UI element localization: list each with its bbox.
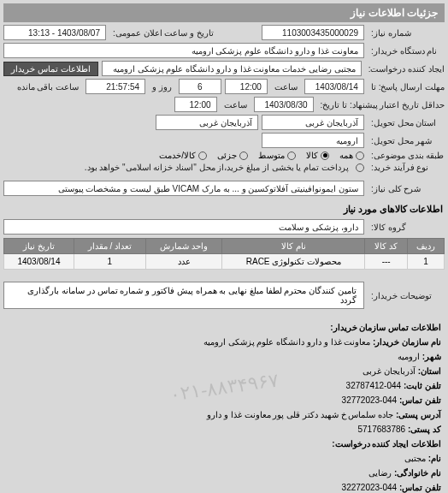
req-title: اطلاعات ایجاد کننده درخواست: xyxy=(332,439,441,448)
buyer-label: نام دستگاه خریدار: xyxy=(368,46,445,56)
contact-title: اطلاعات تماس سازمان خریدار: xyxy=(330,323,441,332)
radio-small[interactable]: جزئی xyxy=(217,151,248,160)
postal-label: کد پستی: xyxy=(408,425,441,434)
number-label: شماره نیاز: xyxy=(368,28,445,38)
org-value: معاونت غذا و دارو دانشگاه علوم پزشکی ارو… xyxy=(203,337,370,347)
phone-value: 044-32787412 xyxy=(346,381,402,390)
time-label-2: ساعت xyxy=(221,100,251,110)
th-date: تاریخ نیاز xyxy=(4,239,74,254)
section-header: جزئیات اطلاعات نیاز xyxy=(3,3,445,22)
time-label-1: ساعت xyxy=(271,82,301,92)
row-buyer-note: توضیحات خریدار: تامین کنندگان محترم لطفا… xyxy=(3,276,445,314)
day-label: روز و xyxy=(149,82,175,92)
row-process: نوع فرآیند خرید: پرداخت تمام یا بخشی از … xyxy=(3,163,445,172)
process-label: نوع فرآیند خرید: xyxy=(368,163,445,172)
row-valid: حداقل تاریخ اعتبار پیشنهاد: تا تاریخ: 14… xyxy=(3,97,445,112)
buyer-field: معاونت غذا و دارو دانشگاه علوم پزشکی ارو… xyxy=(3,43,364,58)
announce-label: تاریخ و ساعت اعلان عمومی: xyxy=(109,28,258,38)
city-label: شهر محل تحویل: xyxy=(368,136,445,146)
deadline-date-field: 1403/08/14 xyxy=(304,79,364,94)
row-category: طبقه بندی موضوعی: همه کالا متوسط جزئی کا… xyxy=(3,151,445,160)
valid-label: حداقل تاریخ اعتبار پیشنهاد: تا تاریخ: xyxy=(317,100,445,110)
province-label: استان محل تحویل: xyxy=(368,118,445,128)
td-qty: 1 xyxy=(74,254,145,270)
td-date: 1403/08/14 xyxy=(4,254,74,270)
goods-table: ردیف کد کالا نام کالا واحد شمارش تعداد /… xyxy=(3,238,445,270)
ccity-label: شهر: xyxy=(422,352,441,361)
row-group: گروه کالا: دارو، پزشکی و سلامت xyxy=(3,219,445,235)
valid-date-field: 1403/08/30 xyxy=(254,97,314,112)
deadline-time-field: 12:00 xyxy=(225,79,268,94)
category-label: طبقه بندی موضوعی: xyxy=(368,151,445,160)
province-field-1: آذربایجان غربی xyxy=(262,115,364,130)
deadline-label: مهلت ارسال پاسخ: تا xyxy=(368,82,445,92)
rphone-label: تلفن تماس: xyxy=(399,483,441,492)
number-field: 1103003435000029 xyxy=(262,25,364,40)
td-idx: 1 xyxy=(408,254,445,270)
process-check xyxy=(356,163,364,172)
cprovince-value: آذربایجان غربی xyxy=(363,366,416,376)
name-label: نام: xyxy=(428,454,441,463)
announce-field: 1403/08/07 - 13:13 xyxy=(3,25,106,40)
radio-mid[interactable]: متوسط xyxy=(258,151,296,160)
rphone-value: 044-32272023 xyxy=(342,483,398,492)
org-label: نام سازمان خریدار: xyxy=(373,337,441,347)
row-requester: ایجاد کننده درخواست: مجتبی رضایی خدمات م… xyxy=(3,61,445,76)
radio-service[interactable]: کالا/خدمت xyxy=(159,151,207,160)
td-name: محصولات تکنولوژی RACE xyxy=(222,254,365,270)
category-radios: همه کالا متوسط جزئی کالا/خدمت xyxy=(159,151,364,160)
fax-label: تلفن تماس: xyxy=(399,395,441,405)
valid-time-field: 12:00 xyxy=(174,97,217,112)
row-buyer: نام دستگاه خریدار: معاونت غذا و دارو دان… xyxy=(3,43,445,58)
province-field-2: آذربایجان غربی xyxy=(156,115,258,130)
radio-goods[interactable]: کالا xyxy=(306,151,329,160)
table-header-row: ردیف کد کالا نام کالا واحد شمارش تعداد /… xyxy=(4,239,445,254)
td-code: --- xyxy=(365,254,408,270)
requester-field: مجتبی رضایی خدمات معاونت غذا و دارو دانش… xyxy=(102,61,362,76)
group-label: گروه کالا: xyxy=(368,223,445,232)
process-text: پرداخت تمام یا بخشی از مبلغ خرید،از محل … xyxy=(3,163,352,172)
table-row: 1 --- محصولات تکنولوژی RACE عدد 1 1403/0… xyxy=(4,254,445,270)
postal-value: 5717683786 xyxy=(357,425,405,434)
phone-label: تلفن ثابت: xyxy=(404,381,441,390)
contact-button[interactable]: اطلاعات تماس خریدار xyxy=(3,62,98,76)
td-unit: عدد xyxy=(145,254,222,270)
remain-time-field: 21:57:54 xyxy=(85,79,145,94)
remain-label: ساعت باقی مانده xyxy=(14,82,83,92)
lname-value: رضایی xyxy=(368,468,392,478)
row-city: شهر محل تحویل: ارومیه xyxy=(3,133,445,148)
row-number: شماره نیاز: 1103003435000029 تاریخ و ساع… xyxy=(3,25,445,40)
lname-label: نام خانوادگی: xyxy=(394,468,441,478)
note-box: تامین کنندگان محترم لطفا مبلغ نهایی به ه… xyxy=(3,282,364,309)
th-qty: تعداد / مقدار xyxy=(74,239,145,254)
goods-section-title: اطلاعات کالاهای مورد نیاز xyxy=(3,199,445,217)
address-value: جاده سلماس خ شهید دکتر قلی پور معاونت غذ… xyxy=(207,410,393,419)
radio-all[interactable]: همه xyxy=(339,151,364,160)
fax-value: 044-32772023 xyxy=(342,395,398,405)
form-container: جزئیات اطلاعات نیاز شماره نیاز: 11030034… xyxy=(0,0,448,493)
th-name: نام کالا xyxy=(222,239,365,254)
desc-field: ستون ایمونوافینیتی آفلاتوکسین و ... به م… xyxy=(3,181,364,196)
cprovince-label: استان: xyxy=(418,366,441,376)
row-desc: شرح کلی نیاز: ستون ایمونوافینیتی آفلاتوک… xyxy=(3,181,445,196)
name-value: مجتبی xyxy=(404,454,426,463)
contact-section: ۰۲۱-۸۸۳۴۹۶۷ اطلاعات تماس سازمان خریدار: … xyxy=(3,317,445,493)
th-unit: واحد شمارش xyxy=(145,239,222,254)
row-province: استان محل تحویل: آذربایجان غربی آذربایجا… xyxy=(3,115,445,130)
requester-label: ایجاد کننده درخواست: xyxy=(365,64,445,74)
days-field: 6 xyxy=(179,79,221,94)
buyer-note-label: توضیحات خریدار: xyxy=(368,291,445,300)
city-field: ارومیه xyxy=(262,133,364,148)
row-deadline: مهلت ارسال پاسخ: تا 1403/08/14 ساعت 12:0… xyxy=(3,79,445,94)
ccity-value: ارومیه xyxy=(398,352,420,361)
th-row: ردیف xyxy=(408,239,445,254)
group-field: دارو، پزشکی و سلامت xyxy=(3,219,364,235)
address-label: آدرس پستی: xyxy=(396,410,441,419)
desc-label: شرح کلی نیاز: xyxy=(368,184,445,193)
th-code: کد کالا xyxy=(365,239,408,254)
